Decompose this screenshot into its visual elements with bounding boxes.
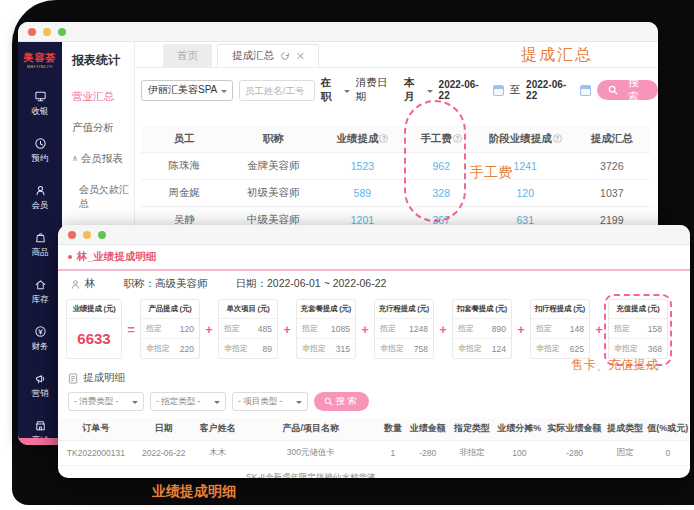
col-stage-commission: 阶段业绩提成 <box>489 132 562 146</box>
commission-summary-cards: 业绩提成 (元) 6633 = 产品提成 (元) 指定120 非指定220 + … <box>58 297 690 359</box>
table-header-row: 员工 职称 业绩提成 手工费 阶段业绩提成 提成汇总 <box>141 126 650 152</box>
plus-sign: + <box>278 299 296 359</box>
app-logo: 美容荟 MEIYINLIYI <box>24 47 57 69</box>
marketing-icon <box>34 372 47 385</box>
sidebar-item-member[interactable]: 会员 <box>32 184 49 212</box>
sidebar-label: 库存 <box>32 294 49 306</box>
col-date: 日期 <box>134 418 194 440</box>
staff-search-input[interactable] <box>239 80 315 101</box>
chevron-down-icon <box>221 90 227 96</box>
staff-title: 初级美容师 <box>228 179 320 206</box>
col-qty: 数量 <box>380 418 405 440</box>
active-dot-icon <box>68 255 72 259</box>
col-share: 业绩分摊% <box>494 418 545 440</box>
recharge-commission-highlight-wrap: 充值提成 (元) 指定158 非指定368 <box>608 299 668 359</box>
package-recharge-card: 充套餐提成 (元) 指定1085 非指定315 <box>296 299 356 359</box>
close-traffic-light[interactable] <box>28 28 36 36</box>
close-traffic-light[interactable] <box>68 231 76 239</box>
window-titlebar <box>18 22 658 42</box>
chevron-down-icon <box>344 90 350 96</box>
tab-home[interactable]: 首页 <box>163 44 212 67</box>
chevron-down-icon <box>427 90 433 96</box>
assign-type-select[interactable]: - 指定类型 - <box>150 392 226 411</box>
finance-icon <box>34 325 47 338</box>
menu-item-output-analysis[interactable]: 产值分析 <box>62 112 134 143</box>
store-select[interactable]: 伊丽汇美容SPA <box>141 80 233 101</box>
date-range: 日期：2022-06-01 ~ 2022-06-22 <box>236 277 387 291</box>
performance-commission-link[interactable]: 589 <box>319 179 406 206</box>
course-deduct-card: 扣疗程提成 (元) 指定148 非指定625 <box>530 299 590 359</box>
detail-search-button[interactable]: 搜索 <box>314 392 369 411</box>
staff-title: 金牌美容师 <box>228 152 320 179</box>
maximize-traffic-light[interactable] <box>58 28 66 36</box>
date-from-field[interactable]: 2022-06-22 <box>439 79 504 101</box>
tab-commission-summary[interactable]: 提成汇总 <box>217 44 319 67</box>
performance-commission-link[interactable]: 1523 <box>319 152 406 179</box>
screenshot-stage: 美容荟 MEIYINLIYI 收银 预约 会员 <box>0 0 694 510</box>
inventory-icon <box>34 278 47 291</box>
annotation-commission-summary: 提成汇总 <box>521 45 593 66</box>
course-recharge-card: 充疗程提成 (元) 指定1248 非指定758 <box>374 299 434 359</box>
sidebar-item-inventory[interactable]: 库存 <box>32 278 49 306</box>
plus-sign: + <box>434 299 452 359</box>
sidebar-item-cashier[interactable]: 收银 <box>32 90 49 118</box>
col-customer: 客户姓名 <box>194 418 241 440</box>
menu-item-member-reports[interactable]: ∧会员报表 <box>62 143 134 174</box>
search-icon <box>324 397 333 406</box>
help-icon[interactable] <box>379 134 388 143</box>
sidebar-item-appointment[interactable]: 预约 <box>32 137 49 165</box>
consume-type-select[interactable]: - 消费类型 - <box>68 392 144 411</box>
maximize-traffic-light[interactable] <box>98 231 106 239</box>
sidebar-label: 财务 <box>32 341 49 353</box>
annotation-performance-detail: 业绩提成明细 <box>152 483 236 501</box>
col-order-no: 订单号 <box>58 418 134 440</box>
total-commission-card: 业绩提成 (元) 6633 <box>66 299 122 359</box>
stage-commission-link[interactable]: 120 <box>477 179 574 206</box>
menu-item-member-arrears[interactable]: 会员欠款汇总 <box>62 174 134 219</box>
chevron-down-icon <box>132 401 138 407</box>
window-titlebar <box>58 225 690 245</box>
commission-detail-window: 林_业绩提成明细 林 职称：高级美容师 日期：2022-06-01 ~ 2022… <box>58 225 690 478</box>
plus-sign: + <box>512 299 530 359</box>
person-icon <box>70 279 81 290</box>
minimize-traffic-light[interactable] <box>83 231 91 239</box>
product-commission-card: 产品提成 (元) 指定120 非指定220 <box>140 299 200 359</box>
recharge-commission-card: 充值提成 (元) 指定158 非指定368 <box>608 299 668 359</box>
staff-info-bar: 林 职称：高级美容师 日期：2022-06-01 ~ 2022-06-22 <box>58 271 690 297</box>
table-row: 陈珠海 金牌美容师 1523 962 1241 3726 <box>141 152 650 179</box>
date-to-field[interactable]: 2022-06-22 <box>526 79 591 101</box>
col-actual-amount: 实际业绩金额 <box>545 418 605 440</box>
sidebar-label: 会员 <box>32 200 49 212</box>
close-tab-icon[interactable] <box>296 52 304 60</box>
report-menu-title: 报表统计 <box>62 50 134 81</box>
sidebar-item-goods[interactable]: 商品 <box>32 231 49 259</box>
date-type-label: 消费日期 <box>356 76 398 104</box>
annotation-card-recharge: 售卡、充值提成 <box>571 357 659 374</box>
sidebar-item-marketing[interactable]: 营销 <box>32 372 49 400</box>
staff-name-block: 林 <box>70 277 96 291</box>
col-staff: 员工 <box>174 132 195 146</box>
status-dropdown[interactable]: 在职 <box>321 76 350 104</box>
plus-sign: + <box>200 299 218 359</box>
minimize-traffic-light[interactable] <box>43 28 51 36</box>
table-row: 周金娓 初级美容师 589 328 120 1037 <box>141 179 650 206</box>
help-icon[interactable] <box>553 134 562 143</box>
single-item-card: 单次项目 (元) 指定485 非指定89 <box>218 299 278 359</box>
app-sidebar: 美容荟 MEIYINLIYI 收银 预约 会员 <box>18 42 62 438</box>
refresh-icon[interactable] <box>280 51 290 61</box>
search-button[interactable]: 搜索 <box>597 80 658 100</box>
commission-detail-table: 订单号 日期 客户姓名 产品/项目名称 数量 业绩金额 指定类型 业绩分摊% 实… <box>58 418 690 478</box>
commission-total: 3726 <box>574 152 650 179</box>
mall-icon <box>34 419 47 432</box>
total-commission-value: 6633 <box>67 319 121 358</box>
sidebar-item-finance[interactable]: 财务 <box>32 325 49 353</box>
detail-tab[interactable]: 林_业绩提成明细 <box>58 245 690 271</box>
menu-item-business-summary[interactable]: 营业汇总 <box>62 81 134 112</box>
collapse-arrow-icon: ∧ <box>72 154 78 163</box>
item-type-select[interactable]: - 项目类型 - <box>232 392 308 411</box>
col-value: 值(%或元) <box>646 418 690 440</box>
cashier-icon <box>34 90 47 103</box>
sidebar-label: 营销 <box>32 388 49 400</box>
detail-header-row: 订单号 日期 客户姓名 产品/项目名称 数量 业绩金额 指定类型 业绩分摊% 实… <box>58 418 690 440</box>
document-icon <box>68 373 78 384</box>
